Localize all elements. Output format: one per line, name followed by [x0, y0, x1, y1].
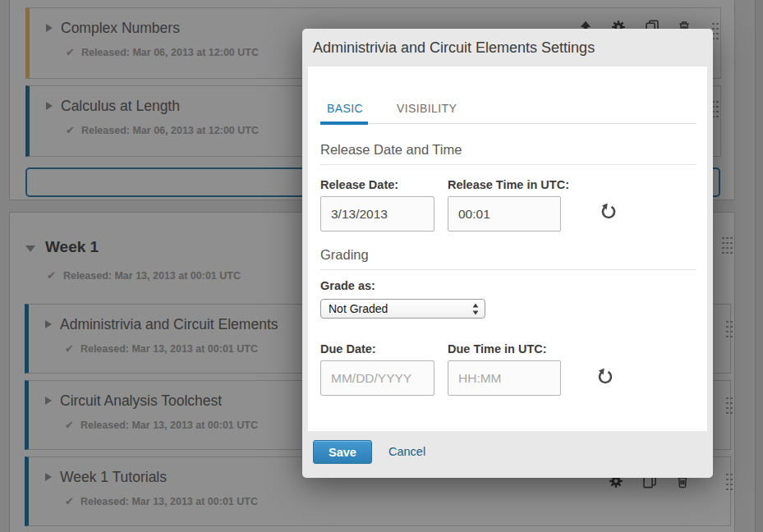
- tab-visibility[interactable]: VISIBILITY: [397, 102, 457, 115]
- reset-due-icon[interactable]: [597, 368, 614, 384]
- modal-footer: Save Cancel: [302, 431, 713, 478]
- release-section-heading: Release Date and Time: [320, 142, 696, 165]
- modal-body: BASIC VISIBILITY Release Date and Time R…: [308, 66, 707, 431]
- save-button[interactable]: Save: [313, 440, 372, 464]
- grade-as-label: Grade as:: [320, 279, 375, 292]
- grade-as-value: Not Graded: [329, 302, 388, 315]
- cancel-link[interactable]: Cancel: [388, 445, 425, 458]
- select-arrows-icon: [472, 303, 479, 315]
- due-date-label: Due Date:: [320, 342, 376, 355]
- active-tab-underline: [320, 122, 368, 125]
- tab-basic[interactable]: BASIC: [327, 102, 363, 115]
- grade-as-select[interactable]: Not Graded: [320, 299, 485, 319]
- release-date-input[interactable]: [320, 196, 434, 232]
- release-time-input[interactable]: [448, 196, 561, 232]
- grading-section-heading: Grading: [320, 247, 696, 270]
- due-time-input[interactable]: [448, 360, 561, 396]
- modal-title: Administrivia and Circuit Elements Setti…: [302, 29, 713, 66]
- release-date-label: Release Date:: [320, 178, 398, 191]
- subsection-settings-modal: Administrivia and Circuit Elements Setti…: [302, 29, 713, 478]
- settings-tabs: BASIC VISIBILITY: [320, 99, 696, 124]
- reset-release-icon[interactable]: [600, 203, 617, 219]
- due-date-input[interactable]: [320, 360, 434, 396]
- release-time-label: Release Time in UTC:: [448, 178, 569, 191]
- due-time-label: Due Time in UTC:: [448, 342, 547, 355]
